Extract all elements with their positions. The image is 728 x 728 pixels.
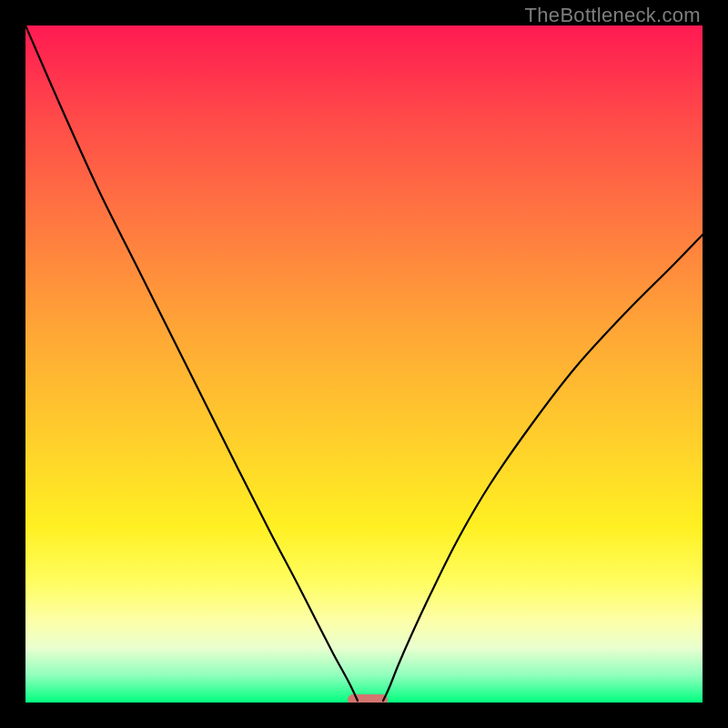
watermark-text: TheBottleneck.com (525, 4, 701, 27)
left-curve (25, 25, 358, 701)
right-curve (383, 235, 703, 701)
plot-area (25, 25, 703, 703)
curve-layer (25, 25, 703, 703)
chart-frame: TheBottleneck.com (0, 0, 728, 728)
